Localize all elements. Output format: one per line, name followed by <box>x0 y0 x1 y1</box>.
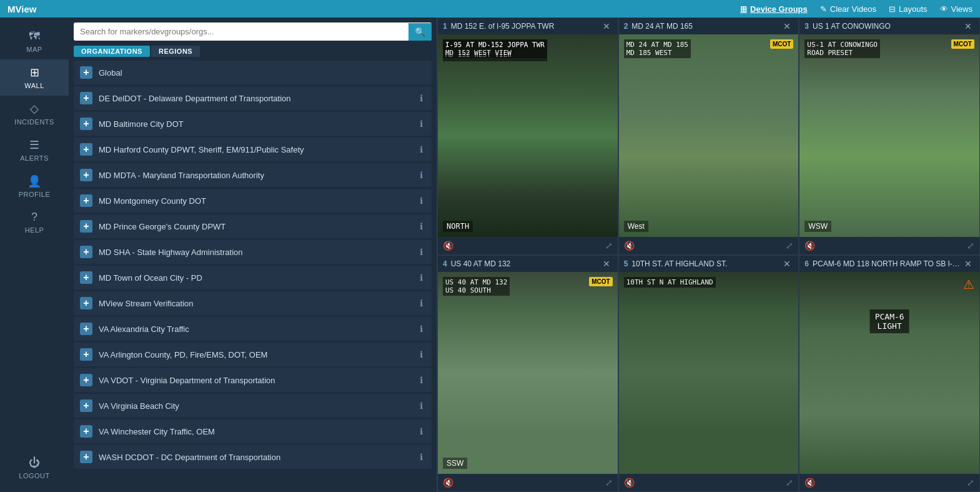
mute-icon-5[interactable]: 🔇 <box>624 478 635 488</box>
list-item[interactable]: + VA Alexandria City Traffic ℹ <box>74 317 432 341</box>
sidebar-item-help[interactable]: ? HELP <box>0 204 69 240</box>
mute-icon-4[interactable]: 🔇 <box>443 478 453 488</box>
cam3-overlay-text: US-1 AT CONOWINGOROAD PRESET <box>804 39 880 58</box>
video-num-5: 5 <box>624 259 628 268</box>
org-expand-icon[interactable]: + <box>80 92 92 104</box>
video-footer-2: 🔇 ⤢ <box>619 237 799 254</box>
mdot-logo-4: MCOT <box>589 277 612 286</box>
incidents-label: INCIDENTS <box>14 118 54 126</box>
device-groups-action[interactable]: ⊞ Device Groups <box>740 4 808 14</box>
layouts-action[interactable]: ⊟ Layouts <box>889 4 928 14</box>
clear-videos-action[interactable]: ✎ Clear Videos <box>820 4 876 14</box>
list-item[interactable]: + MD Town of Ocean City - PD ℹ <box>74 266 432 289</box>
org-expand-icon[interactable]: + <box>80 220 92 233</box>
mute-icon-2[interactable]: 🔇 <box>624 241 635 251</box>
org-expand-icon[interactable]: + <box>80 194 92 207</box>
list-item[interactable]: + VA Virginia Beach City ℹ <box>74 394 432 418</box>
info-icon[interactable]: ℹ <box>417 324 425 334</box>
org-expand-icon[interactable]: + <box>80 323 92 335</box>
video-body-1: I-95 AT MD-152 JOPPA TWRMD 152 WEST VIEW… <box>438 34 618 237</box>
search-input[interactable] <box>74 23 408 41</box>
mute-icon-1[interactable]: 🔇 <box>443 241 453 251</box>
org-expand-icon[interactable]: + <box>80 118 92 130</box>
video-title-4: US 40 AT MD 132 <box>451 259 600 268</box>
info-icon[interactable]: ℹ <box>417 170 425 180</box>
video-close-2[interactable]: ✕ <box>781 21 793 31</box>
grid-icon: ⊞ <box>740 4 747 14</box>
sidebar-item-profile[interactable]: 👤 PROFILE <box>0 168 69 204</box>
sidebar-item-alerts[interactable]: ☰ ALERTS <box>0 132 69 168</box>
views-action[interactable]: 👁 Views <box>940 4 973 14</box>
tab-organizations[interactable]: ORGANIZATIONS <box>74 46 150 57</box>
org-expand-icon[interactable]: + <box>80 348 92 361</box>
profile-label: PROFILE <box>19 191 51 198</box>
layout-icon: ⊟ <box>889 4 896 14</box>
list-item[interactable]: + MD MDTA - Maryland Transportation Auth… <box>74 163 432 187</box>
mute-icon-6[interactable]: 🔇 <box>804 478 815 488</box>
sidebar-item-logout[interactable]: ⏻ LOGOUT <box>0 450 69 486</box>
info-icon[interactable]: ℹ <box>417 426 425 436</box>
sidebar-item-wall[interactable]: ⊞ WALL <box>0 59 69 96</box>
video-header-5: 5 10TH ST. AT HIGHLAND ST. ✕ <box>619 256 799 272</box>
alerts-icon: ☰ <box>29 138 39 152</box>
video-close-4[interactable]: ✕ <box>600 259 613 269</box>
org-expand-icon[interactable]: + <box>80 399 92 412</box>
sidebar-item-incidents[interactable]: ◇ INCIDENTS <box>0 96 69 132</box>
video-title-1: MD 152 E. of I-95 JOPPA TWR <box>451 22 600 31</box>
expand-icon-1[interactable]: ⤢ <box>605 241 613 251</box>
info-icon[interactable]: ℹ <box>417 452 425 462</box>
eye-icon: 👁 <box>940 4 948 14</box>
info-icon[interactable]: ℹ <box>417 119 425 129</box>
list-item[interactable]: + Global <box>74 61 432 84</box>
org-expand-icon[interactable]: + <box>80 297 92 309</box>
org-expand-icon[interactable]: + <box>80 271 92 284</box>
info-icon[interactable]: ℹ <box>417 349 425 359</box>
info-icon[interactable]: ℹ <box>417 401 425 411</box>
info-icon[interactable]: ℹ <box>417 298 425 308</box>
org-expand-icon[interactable]: + <box>80 66 92 79</box>
org-expand-icon[interactable]: + <box>80 246 92 258</box>
list-item[interactable]: + MView Stream Verification ℹ <box>74 291 432 315</box>
tab-regions[interactable]: REGIONS <box>151 46 200 57</box>
info-icon[interactable]: ℹ <box>417 144 425 154</box>
expand-icon-5[interactable]: ⤢ <box>786 478 793 488</box>
info-icon[interactable]: ℹ <box>417 375 425 385</box>
list-item[interactable]: + MD Montgomery County DOT ℹ <box>74 189 432 213</box>
org-expand-icon[interactable]: + <box>80 425 92 438</box>
expand-icon-6[interactable]: ⤢ <box>967 478 974 488</box>
org-expand-icon[interactable]: + <box>80 374 92 386</box>
info-icon[interactable]: ℹ <box>417 196 425 206</box>
cam2-direction: West <box>624 221 648 232</box>
org-expand-icon[interactable]: + <box>80 143 92 156</box>
list-item[interactable]: + VA VDOT - Virginia Department of Trans… <box>74 368 432 392</box>
list-item[interactable]: + WASH DCDOT - DC Department of Transpor… <box>74 445 432 469</box>
profile-icon: 👤 <box>27 174 41 188</box>
video-body-6: PCAM-6LIGHT ⚠ <box>799 272 979 474</box>
search-button[interactable]: 🔍 <box>408 23 432 41</box>
list-item[interactable]: + DE DelDOT - Delaware Department of Tra… <box>74 86 432 110</box>
video-close-3[interactable]: ✕ <box>962 21 974 31</box>
list-item[interactable]: + MD SHA - State Highway Administration … <box>74 240 432 264</box>
info-icon[interactable]: ℹ <box>417 221 425 231</box>
list-item[interactable]: + VA Winchester City Traffic, OEM ℹ <box>74 419 432 443</box>
list-item[interactable]: + MD Prince George's County DPWT ℹ <box>74 214 432 238</box>
expand-icon-4[interactable]: ⤢ <box>605 478 613 488</box>
video-cell-5: 5 10TH ST. AT HIGHLAND ST. ✕ 10TH ST N A… <box>618 255 799 493</box>
info-icon[interactable]: ℹ <box>417 93 425 103</box>
list-item[interactable]: + MD Harford County DPWT, Sheriff, EM/91… <box>74 138 432 161</box>
video-close-5[interactable]: ✕ <box>781 259 793 269</box>
info-icon[interactable]: ℹ <box>417 273 425 283</box>
video-close-6[interactable]: ✕ <box>962 259 974 269</box>
expand-icon-2[interactable]: ⤢ <box>786 241 793 251</box>
org-expand-icon[interactable]: + <box>80 169 92 181</box>
list-item[interactable]: + VA Arlington County, PD, Fire/EMS, DOT… <box>74 343 432 366</box>
info-icon[interactable]: ℹ <box>417 247 425 257</box>
video-title-5: 10TH ST. AT HIGHLAND ST. <box>631 259 781 268</box>
video-close-1[interactable]: ✕ <box>600 21 613 31</box>
list-item[interactable]: + MD Baltimore City DOT ℹ <box>74 112 432 136</box>
expand-icon-3[interactable]: ⤢ <box>967 241 974 251</box>
video-cell-2: 2 MD 24 AT MD 165 ✕ MD 24 AT MD 185MD 18… <box>618 18 799 255</box>
org-expand-icon[interactable]: + <box>80 451 92 463</box>
mute-icon-3[interactable]: 🔇 <box>804 241 815 251</box>
sidebar-item-map[interactable]: 🗺 MAP <box>0 24 69 59</box>
